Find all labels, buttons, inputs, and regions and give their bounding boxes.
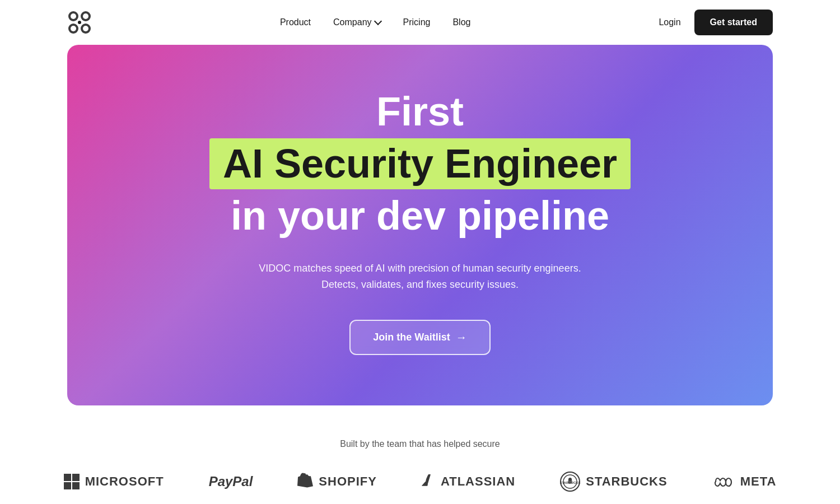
meta-text: Meta <box>740 474 777 489</box>
meta-logo: Meta <box>712 474 777 489</box>
shopify-text: Shopify <box>319 474 377 489</box>
microsoft-icon <box>64 474 80 489</box>
meta-icon <box>712 475 735 488</box>
microsoft-logo: Microsoft <box>64 474 164 489</box>
microsoft-text: Microsoft <box>85 474 164 489</box>
hero-title-first: First <box>90 90 750 134</box>
svg-rect-10 <box>72 474 80 481</box>
nav-product[interactable]: Product <box>280 17 311 27</box>
svg-point-6 <box>71 26 76 31</box>
hero-wrapper: First AI Security Engineer in your dev p… <box>0 45 840 405</box>
starbucks-text: Starbucks <box>586 474 667 489</box>
atlassian-icon <box>422 474 435 489</box>
logo-icon <box>67 10 92 35</box>
starbucks-icon: STARBUCKS <box>560 472 580 492</box>
nav-links: Product Company Pricing Blog <box>280 17 471 27</box>
svg-rect-9 <box>64 474 71 481</box>
paypal-text: PayPal <box>209 474 253 489</box>
paypal-logo: PayPal <box>209 474 253 489</box>
atlassian-text: Atlassian <box>441 474 515 489</box>
atlassian-logo: Atlassian <box>422 474 515 489</box>
nav-blog[interactable]: Blog <box>452 17 470 27</box>
hero-title-highlight: AI Security Engineer <box>209 138 631 189</box>
svg-rect-11 <box>64 482 71 489</box>
svg-point-4 <box>71 13 76 19</box>
shopify-logo: Shopify <box>297 473 377 491</box>
svg-point-5 <box>83 13 88 19</box>
arrow-right-icon: → <box>456 331 467 344</box>
brands-row: Microsoft PayPal Shopify Atlassian <box>67 472 773 492</box>
shopify-icon <box>297 473 313 491</box>
svg-point-7 <box>83 26 88 31</box>
hero-subtitle: VIDOC matches speed of AI with precision… <box>241 260 599 293</box>
logo[interactable] <box>67 10 92 35</box>
starbucks-logo: STARBUCKS Starbucks <box>560 472 667 492</box>
nav-pricing[interactable]: Pricing <box>403 17 431 27</box>
waitlist-button[interactable]: Join the Waitlist → <box>349 320 490 355</box>
svg-rect-12 <box>72 482 80 489</box>
chevron-down-icon <box>374 17 381 25</box>
login-button[interactable]: Login <box>659 17 680 27</box>
svg-point-8 <box>78 21 81 24</box>
get-started-button[interactable]: Get started <box>694 10 773 35</box>
nav-company[interactable]: Company <box>333 17 380 27</box>
svg-point-16 <box>568 478 572 481</box>
brands-section: Built by the team that has helped secure… <box>0 405 840 504</box>
hero-section: First AI Security Engineer in your dev p… <box>67 45 773 405</box>
navbar: Product Company Pricing Blog Login Get s… <box>0 0 840 45</box>
nav-actions: Login Get started <box>659 10 773 35</box>
hero-title-highlight-wrapper: AI Security Engineer <box>90 138 750 194</box>
hero-title-pipeline: in your dev pipeline <box>90 194 750 238</box>
brands-label: Built by the team that has helped secure <box>67 439 773 449</box>
